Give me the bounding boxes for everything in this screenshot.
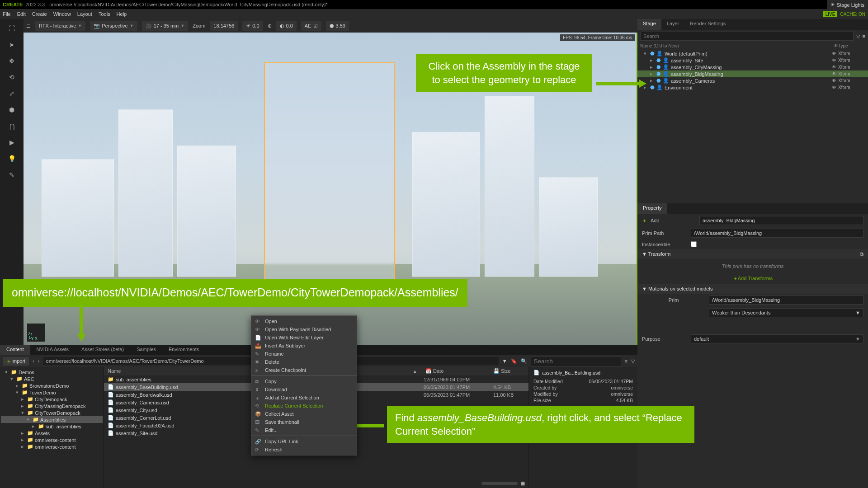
menu-file[interactable]: File	[3, 11, 11, 17]
brush-icon[interactable]: ✎	[5, 169, 18, 181]
folder-row[interactable]: ▸📁sub_assemblies	[1, 423, 103, 430]
list-view-icon[interactable]: ≡	[625, 358, 627, 364]
folder-row[interactable]: ▾📁CityTowerDemopack	[1, 409, 103, 416]
folder-row[interactable]: ▾📁Assemblies	[1, 416, 103, 423]
menu-item[interactable]: 📥Insert As Sublayer	[251, 342, 357, 350]
plus-icon[interactable]: ＋	[733, 276, 738, 281]
folder-row[interactable]: ▾📁AEC	[1, 375, 103, 382]
exposure2[interactable]: ◐ 0.0	[276, 21, 297, 31]
menu-item[interactable]: 🔗Copy URL Link	[251, 437, 357, 446]
plus-icon[interactable]: ＋	[642, 217, 647, 224]
purpose-select[interactable]: default ▼	[691, 334, 863, 343]
primpath-field[interactable]: /World/assembly_BldgMassing	[691, 229, 863, 238]
menu-help[interactable]: Help	[117, 11, 127, 17]
zoom-value[interactable]: 18.14756	[210, 21, 238, 31]
strength-select[interactable]: Weaker than Descendants ▼	[709, 308, 863, 317]
sort-icon[interactable]: ▴	[414, 368, 416, 374]
content-search-input[interactable]	[531, 356, 621, 366]
menu-item[interactable]: 👁Open	[251, 317, 357, 325]
stage-row[interactable]: ▾⬣👤World (defaultPrim)👁Xform	[637, 50, 868, 57]
menu-item[interactable]: ✖Delete	[251, 358, 357, 366]
menu-item[interactable]: ⍟Create Checkpoint	[251, 366, 357, 374]
menu-item[interactable]: 👁Open With Payloads Disabled	[251, 325, 357, 333]
tab-layer[interactable]: Layer	[661, 19, 685, 30]
stage-row[interactable]: ▸⬣👤assembly_Cameras👁Xform	[637, 77, 868, 84]
folder-row[interactable]: ▸📁CityDemopack	[1, 396, 103, 403]
stage-lights-toggle[interactable]: ☀ Stage Lights	[827, 0, 868, 9]
menu-item[interactable]: ＋Add at Current Selection	[251, 394, 357, 402]
grid-view-icon[interactable]: ▦	[520, 480, 525, 486]
folder-tree[interactable]: ▾📁Demos▾📁AEC▸📁BrownstoneDemo▾📁TowerDemo▸…	[0, 367, 104, 488]
folder-row[interactable]: ▾📁Demos	[1, 369, 103, 375]
menu-edit[interactable]: Edit	[17, 11, 26, 17]
instanceable-checkbox[interactable]	[691, 241, 697, 247]
stage-row[interactable]: ▸⬣👤assembly_BldgMassing👁Xform	[637, 70, 868, 77]
rotate-icon[interactable]: ⟲	[5, 71, 18, 83]
menu-item[interactable]: 🖼Save thumbnail	[251, 418, 357, 426]
renderer-select[interactable]: RTX - Interactive▼	[35, 21, 85, 31]
zoom-slider[interactable]	[481, 482, 518, 485]
folder-row[interactable]: ▸📁BrownstoneDemo	[1, 382, 103, 389]
menu-tools[interactable]: Tools	[99, 11, 110, 17]
options-icon[interactable]: ≡	[863, 33, 865, 39]
stage-row[interactable]: ▸⬣👤assembly_Site👁Xform	[637, 57, 868, 64]
nav-fwd-icon[interactable]: ›	[38, 358, 40, 364]
menu-window[interactable]: Window	[53, 11, 71, 17]
materials-section[interactable]: ▼ Materials on selected models	[637, 284, 868, 294]
menu-item[interactable]: ✎Rename	[251, 350, 357, 358]
stage-row[interactable]: ▸⬣👤Environment👁Xform	[637, 84, 868, 91]
move-icon[interactable]: ✥	[5, 55, 18, 67]
menu-item[interactable]: ⟲Replace Current Selection	[251, 402, 357, 410]
folder-row[interactable]: ▸📁CityMassingDemopack	[1, 403, 103, 409]
filter-icon[interactable]: ▽	[856, 33, 860, 39]
select-icon[interactable]: ➤	[5, 39, 18, 51]
snap-icon[interactable]: ⬢	[5, 104, 18, 116]
folder-row[interactable]: ▸📁Assets	[1, 430, 103, 436]
camera-select[interactable]: 📷 Perspective▼	[90, 21, 137, 31]
tab-environments[interactable]: Environments	[162, 345, 205, 355]
menu-item[interactable]: 📄Open With New Edit Layer	[251, 333, 357, 342]
bookmark-icon[interactable]: 🔖	[511, 358, 517, 364]
col-size[interactable]: 💾 Size	[493, 368, 525, 374]
tab-nvidia-assets[interactable]: NVIDIA Assets	[30, 345, 75, 355]
light-icon[interactable]: 💡	[5, 153, 18, 164]
menu-create[interactable]: Create	[32, 11, 47, 17]
frame-icon[interactable]: ⛶	[5, 23, 18, 34]
menu-item[interactable]: ⧉Copy	[251, 377, 357, 385]
ae-toggle[interactable]: AE ☑	[301, 21, 321, 31]
tab-stage[interactable]: Stage	[637, 19, 661, 30]
fstop[interactable]: ⬣ 3.59	[326, 21, 349, 31]
lens-select[interactable]: 🎥 17 - 35 mm▼	[142, 21, 189, 31]
menu-layout[interactable]: Layout	[77, 11, 92, 17]
tab-asset-stores[interactable]: Asset Stores (beta)	[75, 345, 130, 355]
filter-icon[interactable]: ▽	[631, 358, 635, 364]
menu-item[interactable]: ⬇Download	[251, 385, 357, 394]
hamburger-icon[interactable]: ☰	[26, 23, 31, 29]
folder-row[interactable]: ▸📁omniverse-content	[1, 436, 103, 443]
add-transforms-button[interactable]: Add Transforms	[738, 276, 773, 281]
stage-col-type[interactable]: Type	[838, 43, 865, 48]
stage-row[interactable]: ▸⬣👤assembly_CityMassing👁Xform	[637, 64, 868, 70]
prim-field[interactable]: /World/assembly_BldgMassing	[709, 296, 863, 305]
tab-render-settings[interactable]: Render Settings	[684, 19, 731, 30]
import-button[interactable]: ＋Import	[3, 357, 29, 366]
col-date[interactable]: 📅 Date	[425, 368, 493, 374]
target-icon[interactable]: ⊕	[268, 23, 272, 29]
menu-item[interactable]: ✎Edit...	[251, 426, 357, 434]
axis-gizmo[interactable]: Z↑└Y X	[27, 324, 45, 342]
tab-property[interactable]: Property	[637, 203, 667, 214]
dropdown-icon[interactable]: ▼	[502, 358, 507, 364]
stage-tree[interactable]: ▾⬣👤World (defaultPrim)👁Xform▸⬣👤assembly_…	[637, 49, 868, 203]
transform-section[interactable]: ▼ Transform ⧉	[637, 249, 868, 259]
folder-row[interactable]: ▸📁omniverse-content	[1, 443, 103, 450]
live-badge[interactable]: LIVE	[823, 11, 838, 17]
scale-icon[interactable]: ⤢	[5, 88, 18, 99]
stage-search-input[interactable]	[640, 32, 854, 41]
selected-geometry[interactable]	[264, 62, 395, 293]
menu-item[interactable]: ⟳Refresh	[251, 446, 357, 454]
nav-back-icon[interactable]: ‹	[33, 358, 34, 364]
magnet-icon[interactable]: ⋂	[5, 120, 18, 132]
exposure1[interactable]: ☀ 0.0	[242, 21, 263, 31]
folder-row[interactable]: ▾📁TowerDemo	[1, 389, 103, 396]
tab-content[interactable]: Content	[0, 345, 30, 355]
